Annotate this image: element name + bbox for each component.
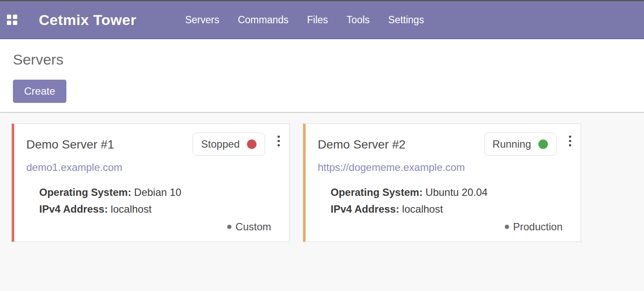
- tag-label: Production: [513, 221, 563, 233]
- card-header: Demo Server #1 Stopped: [26, 133, 281, 156]
- ip-row: IPv4 Address: localhost: [331, 201, 572, 217]
- menu-item-commands[interactable]: Commands: [238, 14, 289, 26]
- kebab-menu-icon[interactable]: [568, 136, 572, 146]
- main-navbar: Cetmix Tower Servers Commands Files Tool…: [0, 1, 644, 39]
- menu-item-tools[interactable]: Tools: [347, 14, 370, 26]
- ip-value: localhost: [402, 203, 443, 215]
- menu-item-settings[interactable]: Settings: [388, 14, 424, 26]
- os-label: Operating System:: [39, 186, 131, 198]
- server-details: Operating System: Ubuntu 20.04 IPv4 Addr…: [331, 184, 572, 217]
- server-url-link[interactable]: https://dogememe.example.com: [318, 161, 465, 173]
- status-label: Running: [493, 138, 531, 150]
- server-name: Demo Server #1: [26, 138, 114, 152]
- page-title: Servers: [13, 51, 644, 68]
- tag-row: Production: [318, 221, 572, 233]
- status-label: Stopped: [201, 138, 240, 150]
- os-value: Debian 10: [134, 186, 181, 198]
- os-row: Operating System: Ubuntu 20.04: [331, 184, 572, 201]
- server-card[interactable]: Demo Server #2 Running https://dogememe.…: [303, 124, 581, 242]
- main-menu: Servers Commands Files Tools Settings: [185, 14, 424, 26]
- kebab-menu-icon[interactable]: [277, 136, 281, 146]
- tag-label: Custom: [235, 221, 271, 233]
- ip-label: IPv4 Address:: [331, 203, 399, 215]
- app-brand[interactable]: Cetmix Tower: [39, 12, 136, 28]
- tag-dot-icon: [227, 225, 231, 229]
- server-url-link[interactable]: demo1.example.com: [26, 161, 122, 173]
- page-header: Servers Create: [0, 39, 644, 113]
- tag-dot-icon: [505, 225, 509, 229]
- status-dot-icon: [538, 139, 548, 149]
- menu-item-servers[interactable]: Servers: [185, 14, 219, 26]
- tag-row: Custom: [26, 221, 281, 233]
- ip-label: IPv4 Address:: [39, 203, 108, 215]
- os-label: Operating System:: [331, 186, 422, 198]
- server-card[interactable]: Demo Server #1 Stopped demo1.example.com…: [12, 124, 290, 242]
- server-details: Operating System: Debian 10 IPv4 Address…: [39, 184, 281, 217]
- server-name: Demo Server #2: [318, 138, 406, 152]
- os-value: Ubuntu 20.04: [425, 186, 488, 198]
- create-button[interactable]: Create: [13, 80, 66, 103]
- apps-grid-icon[interactable]: [7, 15, 17, 25]
- kanban-view: Demo Server #1 Stopped demo1.example.com…: [0, 113, 644, 242]
- status-dot-icon: [247, 139, 256, 149]
- ip-value: localhost: [111, 203, 152, 215]
- menu-item-files[interactable]: Files: [307, 14, 328, 26]
- card-header: Demo Server #2 Running: [318, 133, 572, 156]
- status-badge: Running: [484, 133, 556, 156]
- os-row: Operating System: Debian 10: [39, 184, 281, 201]
- status-badge: Stopped: [193, 133, 265, 156]
- ip-row: IPv4 Address: localhost: [39, 201, 281, 217]
